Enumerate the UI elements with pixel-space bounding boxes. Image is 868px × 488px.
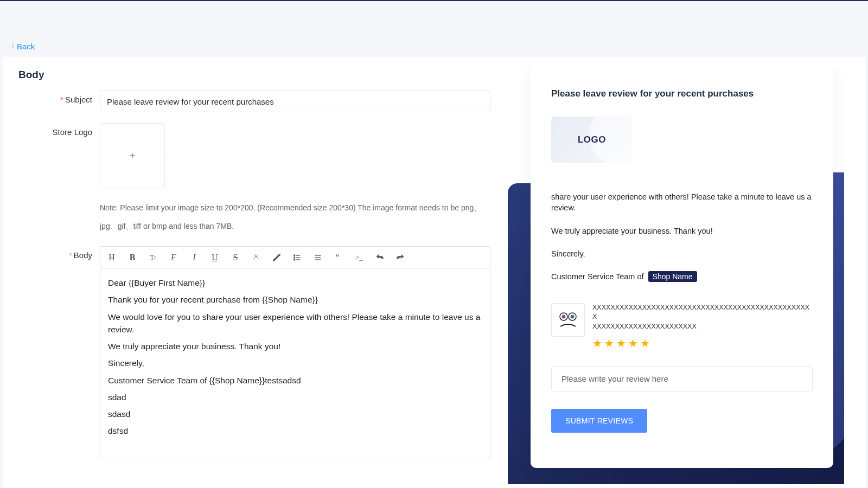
align-icon[interactable] — [312, 250, 324, 265]
editor-line[interactable]: dsfsd — [108, 425, 482, 437]
back-link[interactable]: 〈 Back — [0, 35, 868, 57]
preview-p2: We truly appreciate your business. Thank… — [551, 226, 813, 236]
rich-editor: H B TI F I U S — [100, 246, 490, 459]
label-subject: *Subject — [18, 91, 100, 104]
bold-icon[interactable]: B — [126, 250, 138, 265]
underline-icon[interactable]: U — [209, 250, 221, 265]
preview-p4: Customer Service Team of Shop Name — [551, 271, 813, 282]
redo-icon[interactable] — [394, 250, 406, 265]
editor-line[interactable]: sdad — [108, 391, 482, 403]
strike-icon[interactable]: S — [229, 250, 241, 265]
chevron-left-icon: 〈 — [8, 41, 15, 51]
main-panel: Body *Subject Store Logo + Note: Please … — [3, 57, 865, 488]
font-family-icon[interactable]: F — [168, 250, 180, 265]
preview-card: Please leave review for your recent purc… — [531, 67, 833, 468]
shop-name-badge: Shop Name — [648, 271, 697, 282]
logo-note: Note: Please limit your image size to 20… — [100, 199, 490, 235]
editor-line[interactable]: We would love for you to share your user… — [108, 311, 482, 336]
star-rating[interactable]: ★ ★ ★ ★ ★ — [592, 336, 813, 351]
submit-reviews-button[interactable]: SUBMIT REVIEWS — [551, 409, 647, 433]
preview-title: Please leave review for your recent purc… — [551, 88, 813, 99]
back-label: Back — [17, 42, 35, 51]
color-icon[interactable] — [271, 250, 283, 265]
preview-logo: LOGO — [551, 117, 633, 163]
editor-content[interactable]: Dear {{Buyer First Name}}Thank you for y… — [100, 269, 490, 459]
editor-toolbar: H B TI F I U S — [100, 247, 490, 269]
undo-icon[interactable] — [374, 250, 386, 265]
text-size-icon[interactable]: TI — [147, 250, 159, 265]
svg-point-12 — [571, 314, 575, 318]
product-thumbnail — [551, 303, 585, 337]
list-icon[interactable] — [291, 250, 303, 265]
heading-icon[interactable]: H — [106, 250, 118, 265]
editor-line[interactable]: Thank you for your recent purchase from … — [108, 293, 482, 306]
label-logo: Store Logo — [18, 123, 100, 137]
star-icon: ★ — [628, 336, 638, 351]
preview-p3: Sincerely, — [551, 248, 813, 259]
subject-input[interactable] — [100, 91, 490, 112]
required-marker: * — [69, 251, 72, 260]
header-spacer — [0, 1, 868, 35]
review-textarea[interactable]: Please write your review here — [551, 366, 813, 391]
star-icon: ★ — [640, 336, 650, 351]
preview-p1: share your user experience with others! … — [551, 191, 813, 214]
svg-point-10 — [562, 314, 566, 318]
editor-line[interactable]: Dear {{Buyer First Name}} — [108, 277, 482, 289]
star-icon: ★ — [592, 336, 602, 351]
required-marker: * — [60, 95, 63, 104]
preview-logo-text: LOGO — [578, 134, 606, 145]
product-info: XXXXXXXXXXXXXXXXXXXXXXXXXXXXXXXXXXXXXXXX… — [592, 303, 813, 351]
editor-line[interactable]: We truly appreciate your business. Thank… — [108, 340, 482, 352]
editor-line[interactable]: Customer Service Team of {{Shop Name}}te… — [108, 374, 482, 387]
svg-point-3 — [294, 255, 295, 256]
clear-format-icon[interactable] — [250, 250, 262, 265]
svg-point-5 — [294, 259, 295, 260]
editor-line[interactable]: sdasd — [108, 408, 482, 420]
product-name-1: XXXXXXXXXXXXXXXXXXXXXXXXXXXXXXXXXXXXXXXX… — [592, 303, 813, 322]
label-body: *Body — [18, 246, 100, 260]
preview-panel: Please leave review for your recent purc… — [508, 67, 844, 484]
product-row: XXXXXXXXXXXXXXXXXXXXXXXXXXXXXXXXXXXXXXXX… — [551, 303, 813, 351]
code-icon[interactable]: >_ — [353, 250, 365, 265]
product-name-2: XXXXXXXXXXXXXXXXXXXXXXX — [592, 322, 813, 332]
star-icon: ★ — [604, 336, 614, 351]
star-icon: ★ — [616, 336, 626, 351]
italic-icon[interactable]: I — [188, 250, 200, 265]
svg-point-4 — [294, 257, 295, 258]
editor-line[interactable]: Sincerely, — [108, 357, 482, 369]
logo-upload[interactable]: + — [100, 123, 165, 188]
plus-icon: + — [129, 150, 136, 162]
quote-icon[interactable]: “ — [333, 250, 344, 265]
